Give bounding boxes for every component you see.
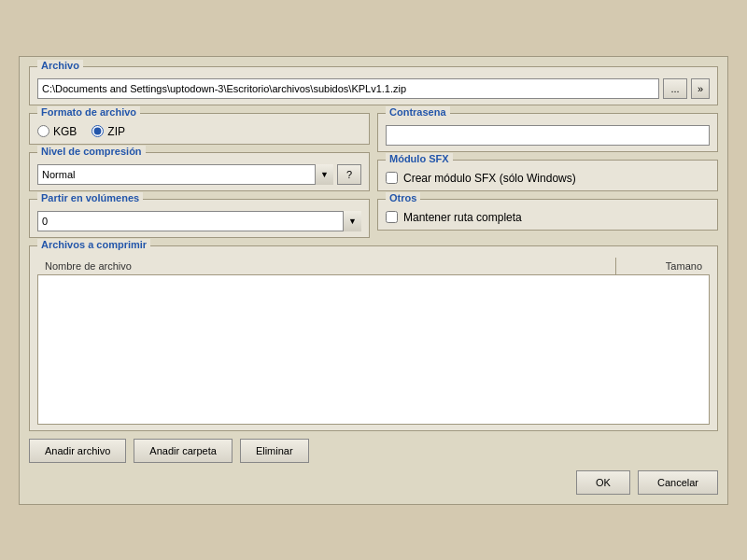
- radio-zip-input[interactable]: [92, 125, 104, 137]
- nivel-select-wrapper: Store Fastest Fast Normal Maximum Ultra …: [37, 164, 333, 185]
- arrow-button[interactable]: »: [691, 78, 710, 99]
- nivel-label: Nivel de compresión: [37, 146, 146, 157]
- anadir-archivo-button[interactable]: Anadir archivo: [29, 439, 126, 463]
- files-table-header: Nombre de archivo Tamano: [37, 258, 710, 275]
- radio-kgb-input[interactable]: [37, 125, 49, 137]
- main-dialog: Archivo ... » Formato de archivo: [19, 56, 728, 505]
- contrasena-input[interactable]: [386, 125, 710, 146]
- modulo-checkbox-label: Crear módulo SFX (sólo Windows): [403, 172, 576, 185]
- modulo-checkbox-item[interactable]: Crear módulo SFX (sólo Windows): [386, 172, 710, 185]
- radio-zip-label: ZIP: [107, 125, 125, 138]
- col-tamano-header: Tamano: [616, 258, 710, 274]
- two-col-layout: Formato de archivo KGB ZIP: [29, 113, 718, 245]
- eliminar-button[interactable]: Eliminar: [240, 439, 309, 463]
- nivel-select[interactable]: Store Fastest Fast Normal Maximum Ultra: [37, 164, 333, 185]
- radio-zip[interactable]: ZIP: [92, 125, 125, 138]
- compression-row: Store Fastest Fast Normal Maximum Ultra …: [37, 164, 361, 185]
- col-nombre-header: Nombre de archivo: [37, 258, 616, 274]
- anadir-carpeta-button[interactable]: Anadir carpeta: [134, 439, 233, 463]
- archivos-section: Archivos a comprimir Nombre de archivo T…: [29, 245, 718, 431]
- action-button-row: Anadir archivo Anadir carpeta Eliminar: [29, 439, 718, 463]
- cancel-button[interactable]: Cancelar: [638, 470, 718, 495]
- archivos-content: Nombre de archivo Tamano: [37, 258, 710, 425]
- archivos-label: Archivos a comprimir: [37, 239, 150, 250]
- archivo-label: Archivo: [37, 60, 83, 71]
- files-table-body[interactable]: [37, 275, 710, 425]
- otros-section: Otros Mantener ruta completa: [377, 199, 718, 231]
- otros-checkbox[interactable]: [386, 211, 398, 223]
- radio-kgb-label: KGB: [53, 125, 77, 138]
- help-button[interactable]: ?: [337, 164, 361, 185]
- bottom-button-row: OK Cancelar: [29, 470, 718, 495]
- partir-label: Partir en volúmenes: [37, 192, 143, 203]
- formato-section: Formato de archivo KGB ZIP: [29, 113, 370, 145]
- modulo-section: Módulo SFX Crear módulo SFX (sólo Window…: [377, 160, 718, 191]
- contrasena-label: Contrasena: [386, 106, 450, 118]
- radio-kgb[interactable]: KGB: [37, 125, 77, 138]
- partir-select[interactable]: 0 650 MB (CD) 700 MB (CD) 4.7 GB (DVD) C…: [37, 211, 361, 231]
- otros-label: Otros: [386, 192, 420, 203]
- formato-label: Formato de archivo: [37, 106, 140, 118]
- modulo-checkbox[interactable]: [386, 172, 398, 184]
- formato-radio-group: KGB ZIP: [37, 125, 361, 138]
- otros-checkbox-label: Mantener ruta completa: [403, 211, 522, 224]
- archivo-path-input[interactable]: [37, 78, 659, 99]
- otros-checkbox-item[interactable]: Mantener ruta completa: [386, 211, 710, 224]
- archivo-section: Archivo ... »: [29, 66, 718, 105]
- right-column: Contrasena Módulo SFX Crear módulo SFX (…: [377, 113, 718, 245]
- ok-button[interactable]: OK: [576, 470, 630, 495]
- left-column: Formato de archivo KGB ZIP: [29, 113, 370, 245]
- browse-button[interactable]: ...: [663, 78, 687, 99]
- partir-section: Partir en volúmenes 0 650 MB (CD) 700 MB…: [29, 199, 370, 238]
- archivo-row: ... »: [37, 78, 710, 99]
- modulo-label: Módulo SFX: [386, 153, 453, 164]
- nivel-section: Nivel de compresión Store Fastest Fast N…: [29, 152, 370, 191]
- contrasena-section: Contrasena: [377, 113, 718, 152]
- partir-select-wrapper: 0 650 MB (CD) 700 MB (CD) 4.7 GB (DVD) C…: [37, 211, 361, 231]
